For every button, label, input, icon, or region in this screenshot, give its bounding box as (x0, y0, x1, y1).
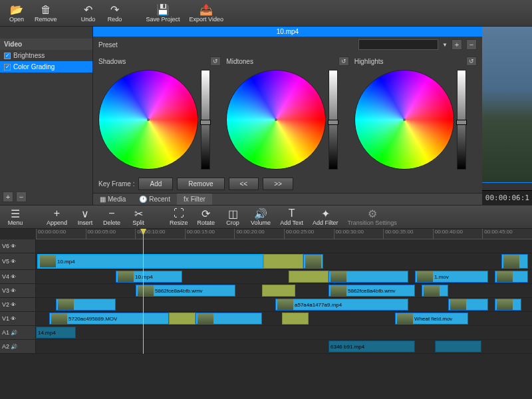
add-text-button[interactable]: TAdd Text (276, 206, 307, 227)
eye-icon[interactable]: 👁 (11, 302, 17, 307)
highlights-luma-slider[interactable] (457, 70, 466, 170)
undo-button[interactable]: ↶Undo (76, 3, 101, 24)
clip-v4-1[interactable]: 10.mp4 (116, 271, 182, 283)
track-head-v6[interactable]: V6👁 (0, 239, 36, 253)
midtones-color-wheel[interactable] (226, 70, 326, 170)
rotate-button[interactable]: ⟳Rotate (194, 206, 219, 227)
keyframe-add-button[interactable]: Add (138, 178, 173, 190)
checkbox-icon[interactable]: ✓ (4, 53, 11, 59)
clip-v4-trans[interactable] (289, 271, 329, 283)
split-button[interactable]: ✂Split (126, 206, 151, 227)
highlights-group: Highlights↺ (354, 55, 477, 172)
shadows-reset-button[interactable]: ↺ (210, 57, 221, 66)
preview-viewport[interactable] (482, 27, 532, 182)
clip-v1-trans2[interactable] (282, 313, 309, 325)
midtones-reset-button[interactable]: ↺ (338, 57, 349, 66)
clip-v4-4[interactable] (495, 271, 528, 283)
clip-v5-main[interactable]: 10.mp4 (37, 254, 263, 269)
clip-title: 10.mp4 (93, 27, 482, 37)
preview-scrubber[interactable] (482, 182, 532, 190)
eye-icon[interactable]: 👁 (11, 274, 17, 279)
clip-a2-2[interactable] (435, 340, 481, 352)
preset-remove-button[interactable]: − (466, 39, 477, 50)
clip-v1-1[interactable]: 5720ac495889.MOV (49, 313, 169, 325)
clip-v1-3[interactable]: Wheat field.mov (395, 313, 468, 325)
tab-recent[interactable]: 🕐Recent (132, 194, 177, 205)
keyframe-prev-button[interactable]: << (229, 178, 259, 190)
checkbox-icon[interactable]: ✓ (4, 64, 11, 70)
clip-v5-3[interactable] (501, 254, 528, 269)
menu-button[interactable]: ☰Menu (3, 206, 28, 227)
transition-settings-button[interactable]: ⚙Transition Settings (344, 206, 401, 227)
track-head-v1[interactable]: V1👁 (0, 312, 36, 325)
timeline-ruler[interactable]: 00:00:00:0000:00:05:0000:00:10:0000:00:1… (36, 229, 532, 239)
preset-dropdown-icon[interactable]: ▼ (442, 42, 448, 48)
speaker-icon[interactable]: 🔊 (11, 344, 17, 349)
preset-select[interactable] (358, 39, 438, 50)
add-filter-button[interactable]: ✦Add Filter (309, 206, 342, 227)
clip-thumb (503, 255, 519, 268)
track-head-v4[interactable]: V4👁 (0, 270, 36, 283)
midtones-luma-slider[interactable] (329, 70, 338, 170)
tab-filter[interactable]: fxFilter (177, 194, 212, 205)
volume-button[interactable]: 🔊Volume (247, 206, 275, 227)
eye-icon[interactable]: 👁 (11, 316, 17, 321)
insert-button[interactable]: ∨Insert (72, 206, 98, 227)
tab-media[interactable]: ▦Media (93, 194, 132, 205)
clip-v2-1[interactable] (56, 299, 116, 311)
clip-thumb (118, 271, 134, 282)
timeline-toolbar: ☰Menu +Append ∨Insert −Delete ✂Split ⛶Re… (0, 205, 532, 229)
preview-timecode: 00:00:06:1 (482, 190, 532, 205)
resize-button[interactable]: ⛶Resize (166, 206, 192, 227)
save-project-button[interactable]: 💾Save Project (142, 3, 184, 24)
clip-v2-4[interactable] (495, 299, 521, 311)
eye-icon[interactable]: 👁 (11, 243, 17, 249)
clip-a2[interactable]: 6346 b91.mp4 (329, 340, 415, 352)
remove-filter-button[interactable]: − (16, 192, 27, 202)
redo-button[interactable]: ↷Redo (102, 3, 128, 24)
shadows-luma-slider[interactable] (201, 70, 210, 170)
track-v4: V4👁 10.mp4 1.mov (0, 270, 532, 284)
add-filter-button[interactable]: + (3, 192, 13, 202)
sidebar-item-color-grading[interactable]: ✓Color Grading (0, 61, 92, 72)
shadows-color-wheel[interactable] (98, 70, 198, 170)
speaker-icon[interactable]: 🔊 (11, 330, 17, 335)
preset-add-button[interactable]: + (452, 39, 462, 50)
trash-icon: 🗑 (41, 4, 51, 16)
clip-v4-2[interactable] (329, 271, 408, 283)
track-head-v3[interactable]: V3👁 (0, 284, 36, 297)
clip-v2-2[interactable]: a57a4a1477a9.mp4 (275, 299, 408, 311)
eye-icon[interactable]: 👁 (11, 259, 17, 264)
clip-v3-trans[interactable] (262, 285, 295, 297)
remove-button[interactable]: 🗑Remove (31, 3, 61, 24)
track-v6: V6👁 (0, 239, 532, 253)
clip-v3-3[interactable] (422, 285, 448, 297)
delete-button[interactable]: −Delete (99, 206, 124, 227)
clip-v5-2[interactable] (303, 254, 323, 269)
playhead[interactable] (143, 229, 144, 354)
sidebar-item-brightness[interactable]: ✓Brightness (0, 50, 92, 61)
track-head-a1[interactable]: A1🔊 (0, 326, 36, 339)
clip-v3-1[interactable]: 5862fce8a4bfb.wmv (136, 285, 235, 297)
clip-a1[interactable]: 14.mp4 (36, 327, 76, 338)
clip-v5-trans[interactable] (263, 254, 303, 269)
append-button[interactable]: +Append (43, 206, 71, 227)
keyframe-remove-button[interactable]: Remove (177, 178, 224, 190)
clip-v1-trans1[interactable] (169, 313, 196, 325)
clip-v3-2[interactable]: 5862fce8a4bfb.wmv (329, 285, 415, 297)
highlights-reset-button[interactable]: ↺ (466, 57, 477, 66)
clip-v4-3[interactable]: 1.mov (415, 271, 488, 283)
highlights-color-wheel[interactable] (354, 70, 454, 170)
clip-v1-2[interactable] (196, 313, 262, 325)
crop-button[interactable]: ◫Crop (220, 206, 245, 227)
open-button[interactable]: 📂Open (4, 3, 29, 24)
clip-thumb (58, 299, 74, 310)
clip-v2-3[interactable] (448, 299, 488, 311)
export-video-button[interactable]: 📤Export Video (186, 3, 227, 24)
track-head-v2[interactable]: V2👁 (0, 298, 36, 311)
keyframe-next-button[interactable]: >> (263, 178, 293, 190)
eye-icon[interactable]: 👁 (11, 288, 17, 293)
track-head-a2[interactable]: A2🔊 (0, 340, 36, 353)
track-head-v5[interactable]: V5👁 (0, 253, 36, 269)
redo-icon: ↷ (110, 4, 119, 16)
